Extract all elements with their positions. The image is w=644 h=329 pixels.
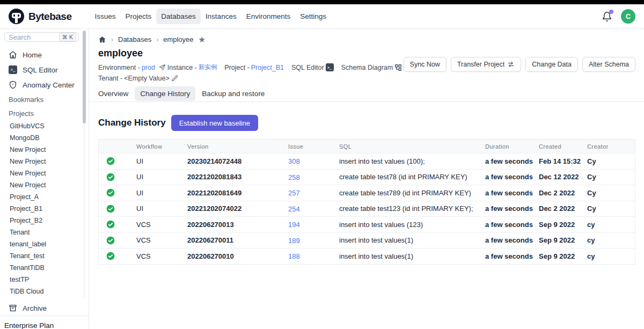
sql-editor-label[interactable]: SQL Editor <box>291 64 324 71</box>
issue-link[interactable]: 257 <box>288 189 300 197</box>
sidebar-project-item[interactable]: New Project <box>0 144 89 156</box>
sidebar-project-item[interactable]: TiDB Cloud <box>0 286 89 297</box>
tab-backup-and-restore[interactable]: Backup and restore <box>202 87 265 100</box>
sidebar-project-item[interactable]: Project_B2 <box>0 215 89 226</box>
action-button[interactable]: Alter Schema <box>582 57 635 72</box>
sidebar-project-item[interactable]: Tenant <box>0 226 89 238</box>
table-row[interactable]: UI 20221202081649 257 create table test7… <box>99 185 635 201</box>
bytebase-logo[interactable]: Bytebase <box>9 9 72 24</box>
sidebar-item-archive[interactable]: Archive <box>0 301 89 316</box>
breadcrumb: › Databases › employee ★ <box>98 35 635 43</box>
cell-workflow: VCS <box>136 221 187 229</box>
cell-created: Dec 2 2022 <box>539 189 587 197</box>
cell-creator: cy <box>587 221 635 229</box>
cell-sql: create table test123 (id int PRIMARY KEY… <box>339 204 485 213</box>
action-button[interactable]: Change Data <box>525 57 578 72</box>
sidebar-item-anomaly-center[interactable]: Anomaly Center <box>0 77 89 92</box>
issue-link[interactable]: 308 <box>288 157 300 165</box>
cell-version: 20230214072448 <box>187 157 288 165</box>
cell-created: Sep 9 2022 <box>539 252 587 260</box>
project-link[interactable]: Project_B1 <box>251 64 284 71</box>
sidebar-item-label: Archive <box>23 304 47 312</box>
cell-workflow: UI <box>136 204 187 213</box>
nav-item-instances[interactable]: Instances <box>201 9 241 24</box>
nav-item-environments[interactable]: Environments <box>241 9 296 24</box>
col-created: Created <box>539 143 587 150</box>
cell-duration: a few seconds <box>485 236 539 244</box>
success-check-icon <box>106 157 115 165</box>
sidebar-project-item[interactable]: New Project <box>0 156 89 167</box>
issue-link[interactable]: 189 <box>288 237 300 245</box>
instance-label: Instance - <box>167 64 197 71</box>
cell-creator: Cy <box>587 204 635 213</box>
tab-change-history[interactable]: Change History <box>140 87 190 100</box>
nav-item-projects[interactable]: Projects <box>121 9 157 24</box>
sidebar-project-item[interactable]: MongoDB <box>0 132 89 144</box>
cell-created: Sep 9 2022 <box>539 236 587 244</box>
issue-link[interactable]: 194 <box>288 221 300 229</box>
nav-item-settings[interactable]: Settings <box>295 9 331 24</box>
issue-link[interactable]: 188 <box>288 252 300 260</box>
sidebar-item-sql-editor[interactable]: >_ SQL Editor <box>0 62 89 77</box>
sidebar-scrollbar-track <box>84 123 85 298</box>
sidebar-project-item[interactable]: TenantTiDB <box>0 262 89 274</box>
terminal-icon[interactable]: >_ <box>326 63 334 71</box>
issue-link[interactable]: 254 <box>288 205 300 213</box>
search-shortcut-badge: ⌘ K <box>59 33 76 41</box>
sidebar-project-item[interactable]: New Project <box>0 167 89 179</box>
cell-version: 202206270010 <box>187 252 288 260</box>
issue-link[interactable]: 258 <box>288 173 300 181</box>
table-row[interactable]: UI 20221202081843 258 create table test7… <box>99 169 635 185</box>
cell-creator: Cy <box>587 157 635 165</box>
col-duration: Duration <box>485 143 539 150</box>
search-input[interactable]: Search ⌘ K <box>4 32 79 42</box>
col-version: Version <box>187 143 288 150</box>
home-icon <box>98 35 106 43</box>
table-row[interactable]: VCS 202206270013 194 insert into test va… <box>99 216 635 232</box>
section-title: Change History <box>98 118 166 128</box>
cell-duration: a few seconds <box>485 252 539 260</box>
sidebar-project-item[interactable]: GitHubVCS <box>0 120 89 132</box>
table-row[interactable]: VCS 202206270010 188 insert into test va… <box>99 248 635 264</box>
sidebar-section-bookmarks: Bookmarks <box>0 92 89 106</box>
sidebar-project-item[interactable]: Project_B1 <box>0 203 89 215</box>
success-check-icon <box>106 252 115 260</box>
notification-bell-icon[interactable] <box>602 11 612 22</box>
brand-name: Bytebase <box>28 11 72 23</box>
environment-link[interactable]: prod <box>142 64 155 71</box>
table-row[interactable]: VCS 202206270011 189 insert into test va… <box>99 232 635 248</box>
cell-version: 20221202081649 <box>187 189 288 197</box>
plan-label: Enterprise Plan <box>0 316 89 329</box>
nav-item-databases[interactable]: Databases <box>156 9 201 24</box>
tab-overview[interactable]: Overview <box>98 87 128 100</box>
sidebar-scrollbar[interactable] <box>83 31 86 123</box>
notification-dot <box>609 10 613 14</box>
breadcrumb-employee[interactable]: employee <box>163 35 193 43</box>
sidebar-project-item[interactable]: Tenant_test <box>0 250 89 262</box>
sidebar-project-item[interactable]: tenant_label <box>0 238 89 250</box>
success-check-icon <box>106 204 115 213</box>
sidebar-project-item[interactable]: New Project <box>0 179 89 191</box>
instance-link[interactable]: 新实例 <box>199 63 217 71</box>
establish-baseline-button[interactable]: Establish new baseline <box>171 115 258 131</box>
action-button[interactable]: Transfer Project <box>451 57 521 72</box>
breadcrumb-databases[interactable]: Databases <box>118 35 151 43</box>
avatar[interactable]: C <box>621 9 635 24</box>
cell-workflow: VCS <box>136 236 187 244</box>
sidebar-item-home[interactable]: Home <box>0 47 89 62</box>
bookmark-star-icon[interactable]: ★ <box>199 35 206 43</box>
sidebar-section-projects: Projects <box>0 106 89 120</box>
sidebar-project-item[interactable]: testTP <box>0 274 89 286</box>
cell-created: Sep 9 2022 <box>539 221 587 229</box>
schema-diagram-label[interactable]: Schema Diagram <box>341 64 393 71</box>
sidebar-project-item[interactable]: Project_A <box>0 191 89 203</box>
action-button[interactable]: Sync Now <box>404 57 447 72</box>
table-row[interactable]: UI 20230214072448 308 insert into test v… <box>99 153 635 169</box>
nav-item-issues[interactable]: Issues <box>90 9 121 24</box>
environment-label: Environment - <box>98 64 140 71</box>
main-content: › Databases › employee ★ employee Enviro… <box>89 29 644 329</box>
meta-line-2: Tenant - <Empty Value> <box>98 75 635 82</box>
cell-version: 20221202074022 <box>187 204 288 213</box>
table-row[interactable]: UI 20221202074022 254 create table test1… <box>99 201 635 217</box>
tabs: OverviewChange HistoryBackup and restore <box>98 87 635 100</box>
